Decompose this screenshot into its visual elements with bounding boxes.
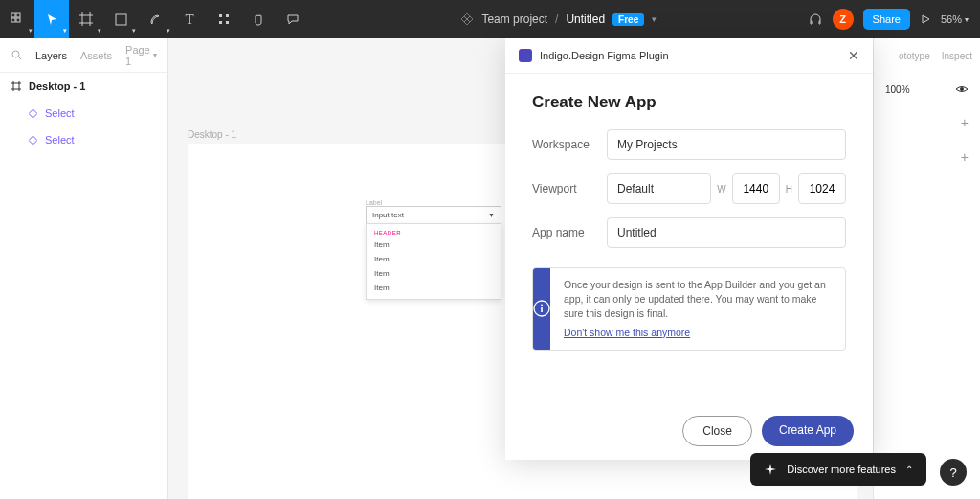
shape-tool-icon[interactable]: ▾ — [103, 0, 138, 38]
select-dropdown: HEADER Item Item Item Item — [366, 223, 501, 300]
svg-rect-9 — [219, 14, 222, 17]
workspace-input[interactable] — [607, 129, 846, 160]
width-input[interactable] — [732, 173, 780, 204]
appname-label: App name — [532, 226, 607, 239]
frame-tool-icon[interactable]: ▾ — [69, 0, 103, 38]
svg-rect-0 — [11, 13, 15, 17]
svg-rect-11 — [219, 21, 222, 24]
opacity-value[interactable]: 100% — [885, 84, 910, 95]
chevron-down-icon[interactable]: ▾ — [652, 14, 657, 24]
menu-icon[interactable]: ▾ — [0, 0, 34, 38]
field-label: Label — [366, 199, 501, 206]
avatar[interactable]: Z — [833, 9, 854, 30]
chevron-up-icon[interactable]: ⌃ — [905, 465, 913, 475]
svg-rect-12 — [226, 21, 229, 24]
pen-tool-icon[interactable]: ▾ — [138, 0, 172, 38]
breadcrumb-separator: / — [555, 12, 558, 26]
svg-rect-1 — [11, 18, 15, 22]
svg-point-13 — [12, 51, 19, 57]
share-button[interactable]: Share — [863, 9, 910, 30]
eye-icon[interactable] — [955, 82, 969, 96]
frame-label[interactable]: Desktop - 1 — [188, 129, 236, 140]
close-button[interactable]: Close — [682, 416, 752, 446]
modal-heading: Create New App — [532, 93, 846, 112]
plugin-logo-icon — [519, 49, 532, 62]
tab-inspect[interactable]: Inspect — [942, 51, 972, 61]
comment-tool-icon[interactable] — [276, 0, 310, 38]
svg-rect-10 — [226, 14, 229, 17]
discover-label: Discover more features — [787, 464, 896, 475]
breadcrumb-project[interactable]: Team project — [481, 12, 547, 26]
width-label: W — [717, 184, 725, 194]
list-item[interactable]: Item — [367, 281, 501, 295]
caret-down-icon: ▼ — [488, 212, 495, 218]
hand-tool-icon[interactable] — [241, 0, 276, 38]
appname-input[interactable] — [607, 217, 846, 248]
viewport-label: Viewport — [532, 182, 607, 195]
create-app-button[interactable]: Create App — [762, 416, 854, 446]
tab-assets[interactable]: Assets — [80, 50, 112, 61]
layer-item[interactable]: Select — [0, 126, 167, 153]
workspace-label: Workspace — [532, 138, 607, 151]
play-icon[interactable] — [920, 13, 931, 25]
text-tool-icon[interactable]: T — [172, 0, 207, 38]
list-header: HEADER — [367, 228, 501, 238]
top-toolbar: ▾ ▾ ▾ ▾ ▾ T Team proj — [0, 0, 980, 38]
svg-rect-2 — [16, 13, 20, 17]
search-icon[interactable] — [11, 50, 22, 60]
add-button[interactable]: + — [961, 115, 969, 130]
layer-frame[interactable]: Desktop - 1 — [0, 73, 167, 100]
page-selector[interactable]: Page 1▾ — [125, 44, 157, 67]
headphones-icon[interactable] — [808, 11, 823, 27]
viewport-select[interactable] — [607, 173, 711, 204]
list-item[interactable]: Item — [367, 266, 501, 281]
dismiss-link[interactable]: Don't show me this anymore — [564, 326, 690, 340]
svg-rect-3 — [16, 18, 20, 22]
zoom-dropdown[interactable]: 56%▾ — [941, 13, 969, 25]
plugin-modal: Indigo.Design Figma Plugin ✕ Create New … — [505, 38, 873, 460]
right-panel: ototype Inspect 100% + + — [873, 38, 980, 499]
svg-point-19 — [960, 87, 964, 91]
svg-rect-8 — [116, 14, 126, 25]
left-panel: Layers Assets Page 1▾ Desktop - 1 Select… — [0, 38, 168, 499]
sparkle-icon — [764, 463, 777, 476]
svg-point-21 — [541, 305, 543, 306]
select-widget: Label Input text ▼ HEADER Item Item Item… — [366, 199, 501, 300]
plugin-title: Indigo.Design Figma Plugin — [540, 50, 669, 61]
add-button[interactable]: + — [961, 149, 969, 165]
layer-item[interactable]: Select — [0, 100, 167, 126]
list-item[interactable]: Item — [367, 252, 501, 266]
info-text: Once your design is sent to the App Buil… — [564, 279, 826, 319]
frame-icon — [11, 81, 21, 91]
diamond-icon — [29, 136, 37, 145]
tab-prototype[interactable]: ototype — [899, 51, 930, 61]
info-callout: Once your design is sent to the App Buil… — [532, 267, 846, 351]
close-icon[interactable]: ✕ — [848, 48, 859, 63]
component-icon — [460, 12, 474, 26]
resources-icon[interactable] — [207, 0, 241, 38]
discover-banner[interactable]: Discover more features ⌃ — [750, 453, 926, 486]
svg-rect-22 — [541, 307, 543, 312]
move-tool-icon[interactable]: ▾ — [34, 0, 69, 38]
height-input[interactable] — [798, 173, 846, 204]
svg-line-14 — [18, 57, 21, 59]
plan-badge: Free — [612, 13, 644, 26]
info-icon — [533, 268, 550, 350]
select-input[interactable]: Input text ▼ — [366, 206, 501, 223]
tab-layers[interactable]: Layers — [35, 50, 67, 61]
list-item[interactable]: Item — [367, 238, 501, 252]
diamond-icon — [29, 109, 37, 118]
doc-title[interactable]: Untitled — [566, 12, 605, 26]
help-button[interactable]: ? — [940, 459, 967, 486]
height-label: H — [786, 184, 792, 194]
